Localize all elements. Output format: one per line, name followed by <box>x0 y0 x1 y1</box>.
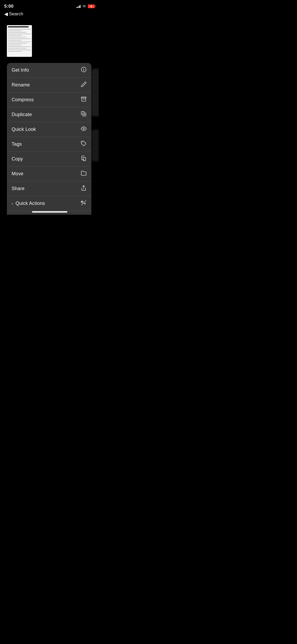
back-navigation[interactable]: ◀ Search <box>0 10 99 20</box>
duplicate-icon <box>81 111 87 118</box>
svg-rect-3 <box>81 97 86 98</box>
menu-item-copy[interactable]: Copy <box>7 152 91 167</box>
status-time: 5:00 <box>4 4 13 9</box>
tag-icon <box>81 141 87 148</box>
file-thumbnail <box>7 25 32 57</box>
context-menu: Get Info Rename Compress <box>7 63 91 215</box>
menu-item-get-info[interactable]: Get Info <box>7 63 91 78</box>
copy-icon <box>81 155 87 163</box>
back-arrow-icon: ◀ <box>4 11 8 17</box>
wifi-icon <box>82 5 86 8</box>
svg-point-8 <box>83 128 84 130</box>
archive-icon <box>81 96 87 103</box>
menu-item-share[interactable]: Share <box>7 181 91 196</box>
menu-item-compress[interactable]: Compress <box>7 93 91 107</box>
blur-panel-1 <box>92 69 99 116</box>
pencil-icon <box>81 81 87 89</box>
share-icon <box>81 185 87 192</box>
menu-item-quick-actions[interactable]: › Quick Actions <box>7 196 91 211</box>
menu-item-tags[interactable]: Tags <box>7 137 91 152</box>
status-bar: 5:00 6 <box>0 0 99 10</box>
menu-item-quick-look[interactable]: Quick Look <box>7 122 91 137</box>
back-label: Search <box>9 11 23 17</box>
menu-item-move[interactable]: Move <box>7 167 91 181</box>
signal-icon <box>76 5 81 8</box>
svg-rect-10 <box>83 157 86 161</box>
chevron-right-icon: › <box>12 201 13 206</box>
home-indicator <box>32 211 67 213</box>
battery-icon: 6 <box>88 4 95 8</box>
menu-item-rename[interactable]: Rename <box>7 78 91 93</box>
folder-icon <box>81 170 87 177</box>
info-icon <box>81 67 87 74</box>
blur-panel-2 <box>92 130 99 161</box>
wand-icon <box>81 200 87 207</box>
menu-item-duplicate[interactable]: Duplicate <box>7 107 91 122</box>
status-icons: 6 <box>76 4 95 8</box>
eye-icon <box>81 126 87 133</box>
